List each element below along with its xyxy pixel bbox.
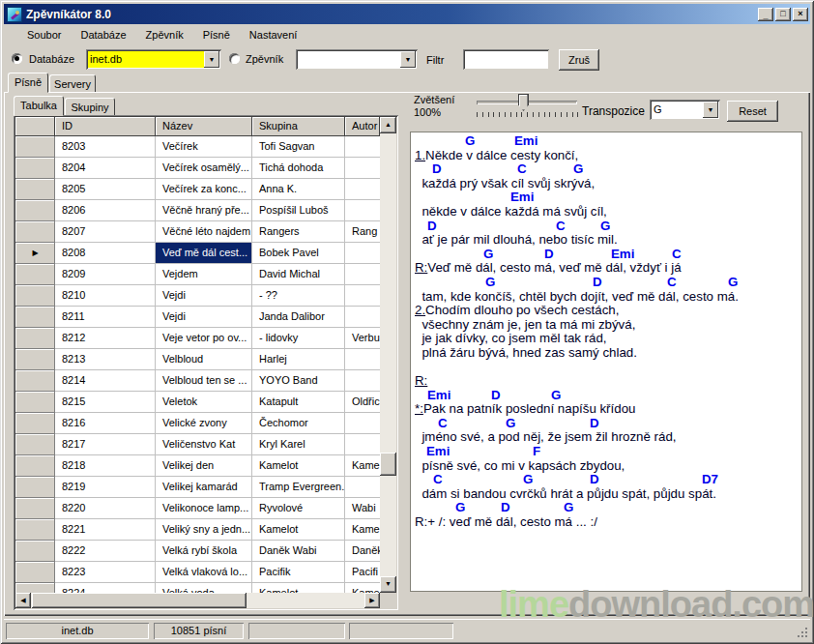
table-cell[interactable]: Tofi Sagvan bbox=[252, 136, 345, 158]
table-cell[interactable] bbox=[345, 370, 380, 392]
row-marker[interactable] bbox=[15, 477, 55, 498]
table-cell[interactable]: Veliký sny a jedn... bbox=[156, 519, 252, 541]
row-marker[interactable] bbox=[15, 307, 55, 328]
scroll-left-icon[interactable]: ◀ bbox=[15, 593, 31, 608]
table-cell[interactable]: 8219 bbox=[55, 477, 156, 498]
table-cell[interactable] bbox=[345, 158, 380, 179]
table-cell[interactable]: Čechomor bbox=[252, 413, 345, 434]
scroll-up-icon[interactable]: ▲ bbox=[380, 117, 396, 133]
tab-tabulka[interactable]: Tabulka bbox=[14, 96, 64, 116]
table-cell[interactable]: Veličenstvo Kat bbox=[156, 434, 252, 455]
table-cell[interactable] bbox=[345, 136, 380, 158]
row-marker[interactable] bbox=[15, 328, 55, 349]
table-cell[interactable]: Velbloud ten se ... bbox=[156, 370, 252, 392]
table-cell[interactable]: Veje vetor po ov... bbox=[156, 328, 252, 349]
row-marker[interactable] bbox=[15, 349, 55, 370]
menu-pisne[interactable]: Písně bbox=[193, 27, 240, 43]
menu-databaze[interactable]: Databáze bbox=[71, 27, 135, 43]
table-cell[interactable]: 8220 bbox=[55, 498, 156, 519]
row-marker[interactable] bbox=[15, 158, 55, 179]
table-cell[interactable]: 8204 bbox=[55, 158, 156, 179]
header-nazev[interactable]: Název bbox=[156, 117, 252, 136]
table-vertical-scrollbar[interactable]: ▲ ▼ bbox=[380, 117, 396, 593]
chevron-down-icon[interactable]: ▼ bbox=[703, 102, 718, 118]
table-row[interactable]: 8204Večírek osamělý...Tichá dohoda bbox=[15, 158, 380, 179]
table-cell[interactable]: Anna K. bbox=[252, 179, 345, 200]
table-row[interactable]: 8218Velikej denKamelotKame bbox=[15, 455, 380, 477]
row-marker[interactable] bbox=[15, 392, 55, 413]
table-row[interactable]: 8219Velikej kamarádTramp Evergreen... bbox=[15, 477, 380, 498]
table-cell[interactable]: Vejdi bbox=[156, 285, 252, 307]
table-cell[interactable]: Věčné léto najdem bbox=[156, 221, 252, 243]
vertical-scroll-thumb[interactable] bbox=[380, 453, 396, 476]
row-marker[interactable] bbox=[15, 413, 55, 434]
maximize-button[interactable]: □ bbox=[775, 8, 791, 21]
menu-nastaveni[interactable]: Nastavení bbox=[240, 27, 307, 43]
table-cell[interactable] bbox=[345, 243, 380, 264]
table-cell[interactable]: Velikej kamarád bbox=[156, 477, 252, 498]
table-cell[interactable]: Rang bbox=[345, 221, 380, 243]
table-row[interactable]: 8212Veje vetor po ov...- lidovkyVerbu bbox=[15, 328, 380, 349]
table-cell[interactable]: Daněk Wabi bbox=[252, 541, 345, 562]
table-row[interactable]: 8205Večírek za konc...Anna K. bbox=[15, 179, 380, 200]
table-cell[interactable]: 8221 bbox=[55, 519, 156, 541]
table-cell[interactable] bbox=[345, 434, 380, 455]
table-cell[interactable]: Velbloud bbox=[156, 349, 252, 370]
table-cell[interactable]: David Michal bbox=[252, 264, 345, 285]
clear-filter-button[interactable]: Zruš bbox=[559, 49, 599, 71]
table-cell[interactable]: 8213 bbox=[55, 349, 156, 370]
row-marker[interactable] bbox=[15, 519, 55, 541]
table-cell[interactable]: Rangers bbox=[252, 221, 345, 243]
filter-input[interactable] bbox=[463, 49, 549, 70]
scroll-down-icon[interactable]: ▼ bbox=[380, 576, 396, 593]
close-button[interactable]: × bbox=[793, 8, 808, 21]
row-marker[interactable] bbox=[15, 221, 55, 243]
table-cell[interactable]: Vejdem bbox=[156, 264, 252, 285]
table-cell[interactable]: Pacifik bbox=[252, 562, 345, 583]
tab-skupiny[interactable]: Skupiny bbox=[65, 98, 115, 115]
table-cell[interactable]: Harlej bbox=[252, 349, 345, 370]
row-marker[interactable] bbox=[15, 370, 55, 392]
table-row[interactable]: ▶8208Veď mě dál cest...Bobek Pavel bbox=[15, 243, 380, 264]
table-horizontal-scrollbar[interactable]: ◀ ▶ bbox=[15, 593, 380, 608]
table-row[interactable]: 8206Věčně hraný pře...Pospíšil Luboš bbox=[15, 200, 380, 221]
table-cell[interactable]: Večírek osamělý... bbox=[156, 158, 252, 179]
table-cell[interactable] bbox=[345, 179, 380, 200]
table-cell[interactable] bbox=[345, 477, 380, 498]
table-cell[interactable]: Wabi bbox=[345, 498, 380, 519]
table-cell[interactable]: Věčně hraný pře... bbox=[156, 200, 252, 221]
row-marker[interactable] bbox=[15, 264, 55, 285]
table-cell[interactable]: 8218 bbox=[55, 455, 156, 477]
table-cell[interactable]: 8216 bbox=[55, 413, 156, 434]
scroll-right-icon[interactable]: ▶ bbox=[364, 593, 380, 608]
table-row[interactable]: 8221Veliký sny a jedn...KamelotKame bbox=[15, 519, 380, 541]
table-cell[interactable]: YOYO Band bbox=[252, 370, 345, 392]
table-cell[interactable] bbox=[345, 307, 380, 328]
songbook-combobox[interactable]: ▼ bbox=[296, 49, 418, 70]
table-cell[interactable]: 8209 bbox=[55, 264, 156, 285]
chevron-down-icon[interactable]: ▼ bbox=[204, 51, 219, 68]
table-cell[interactable]: 8222 bbox=[55, 541, 156, 562]
table-cell[interactable]: 8212 bbox=[55, 328, 156, 349]
table-cell[interactable]: Velká rybí škola bbox=[156, 541, 252, 562]
table-cell[interactable]: 8203 bbox=[55, 136, 156, 158]
table-row[interactable]: 8223Velká vlaková lo...PacifikPacifi bbox=[15, 562, 380, 583]
database-radio[interactable] bbox=[12, 53, 22, 64]
row-marker[interactable] bbox=[15, 498, 55, 519]
table-cell[interactable]: 8214 bbox=[55, 370, 156, 392]
table-cell[interactable]: 8223 bbox=[55, 562, 156, 583]
table-cell[interactable] bbox=[345, 200, 380, 221]
minimize-button[interactable]: _ bbox=[758, 8, 773, 21]
table-row[interactable]: 8209VejdemDavid Michal bbox=[15, 264, 380, 285]
table-row[interactable]: 8216Velické zvonyČechomor bbox=[15, 413, 380, 434]
table-cell[interactable]: Velikej den bbox=[156, 455, 252, 477]
table-row[interactable]: 8203VečírekTofi Sagvan bbox=[15, 136, 380, 158]
table-cell[interactable]: Verbu bbox=[345, 328, 380, 349]
table-row[interactable]: 8210Vejdi- ?? bbox=[15, 285, 380, 307]
table-cell[interactable]: Ryvolové bbox=[252, 498, 345, 519]
table-cell[interactable]: Velické zvony bbox=[156, 413, 252, 434]
reset-button[interactable]: Reset bbox=[727, 101, 778, 122]
row-marker[interactable] bbox=[15, 200, 55, 221]
menu-zpevnik[interactable]: Zpěvník bbox=[136, 27, 193, 43]
table-cell[interactable]: 8205 bbox=[55, 179, 156, 200]
